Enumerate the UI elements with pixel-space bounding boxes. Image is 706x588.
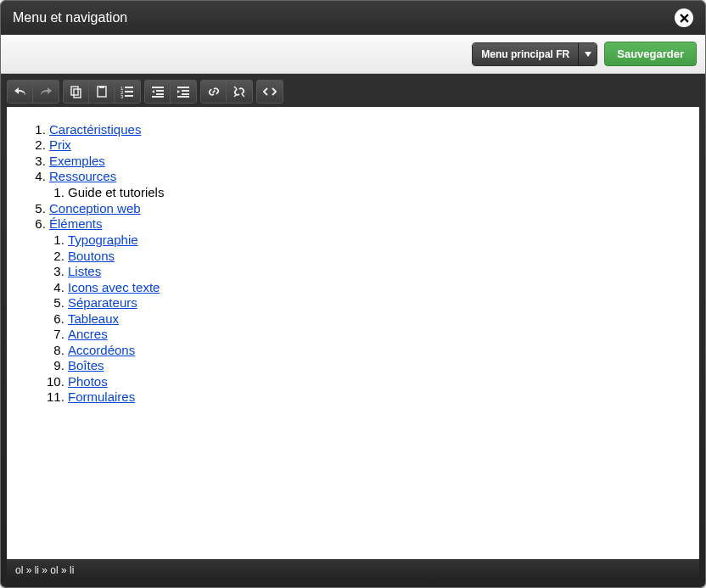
menu-link[interactable]: Accordéons	[68, 343, 135, 357]
svg-rect-17	[177, 96, 189, 98]
close-button[interactable]	[675, 8, 693, 27]
menu-link[interactable]: Formulaires	[68, 389, 135, 404]
redo-button[interactable]	[33, 81, 59, 103]
list-item: Exemples	[49, 154, 679, 168]
menu-sublist: Guide et tutoriels	[49, 185, 679, 199]
svg-rect-11	[156, 90, 164, 92]
menu-link[interactable]: Caractéristiques	[49, 122, 141, 137]
svg-rect-10	[152, 87, 164, 88]
svg-rect-3	[99, 86, 104, 88]
source-button[interactable]	[257, 81, 283, 103]
menu-link[interactable]: Tableaux	[68, 311, 119, 326]
menu-text: Guide et tutoriels	[68, 185, 164, 199]
svg-rect-14	[177, 87, 189, 88]
link-icon	[207, 85, 221, 98]
undo-button[interactable]	[8, 81, 33, 103]
modal-title: Menu et navigation	[13, 10, 127, 25]
code-icon	[263, 85, 277, 98]
outdent-icon	[151, 85, 165, 98]
menu-link[interactable]: Typographie	[68, 232, 138, 247]
list-item: Boutons	[68, 249, 679, 263]
menu-link[interactable]: Prix	[49, 137, 71, 152]
list-item: Formulaires	[68, 389, 679, 404]
list-item: Typographie	[68, 232, 679, 247]
status-bar: ol » li » ol » li	[7, 559, 699, 581]
editor-toolbar: 123	[7, 80, 699, 107]
modal-header: Menu et navigation	[1, 1, 705, 35]
list-item: Guide et tutoriels	[68, 185, 679, 199]
svg-rect-5	[125, 87, 133, 88]
list-item: Ancres	[68, 327, 679, 341]
sub-header: Menu principal FR Sauvegarder	[1, 35, 705, 74]
editor-wrap: 123	[1, 74, 705, 587]
list-item: Séparateurs	[68, 295, 679, 310]
list-item: RessourcesGuide et tutoriels	[49, 169, 679, 199]
svg-text:3: 3	[120, 94, 124, 98]
list-item: Prix	[49, 137, 679, 152]
svg-rect-7	[125, 91, 133, 92]
undo-icon	[14, 85, 27, 98]
menu-selector-caret[interactable]	[578, 43, 597, 65]
menu-selector-dropdown[interactable]: Menu principal FR	[472, 42, 597, 66]
menu-link[interactable]: Exemples	[49, 154, 105, 168]
menu-link[interactable]: Séparateurs	[68, 295, 137, 310]
svg-rect-13	[152, 96, 164, 98]
unlink-icon	[233, 85, 246, 98]
svg-rect-9	[125, 95, 133, 97]
menu-link[interactable]: Conception web	[49, 201, 141, 216]
menu-link[interactable]: Boutons	[68, 249, 115, 263]
numbered-list-button[interactable]: 123	[115, 81, 140, 103]
paste-button[interactable]	[89, 81, 115, 103]
redo-icon	[39, 85, 53, 98]
copy-icon	[70, 85, 83, 98]
editor-content[interactable]: CaractéristiquesPrixExemplesRessourcesGu…	[7, 107, 699, 559]
menu-sublist: TypographieBoutonsListesIcons avec texte…	[49, 232, 679, 404]
indent-button[interactable]	[171, 81, 196, 103]
menu-link[interactable]: Icons avec texte	[68, 280, 160, 294]
modal: Menu et navigation Menu principal FR Sau…	[0, 0, 706, 588]
list-item: ÉlémentsTypographieBoutonsListesIcons av…	[49, 216, 679, 404]
menu-link[interactable]: Boîtes	[68, 358, 104, 372]
indent-icon	[176, 85, 190, 98]
list-item: Caractéristiques	[49, 122, 679, 137]
menu-link[interactable]: Éléments	[49, 216, 103, 231]
menu-link[interactable]: Listes	[68, 264, 101, 278]
menu-list: CaractéristiquesPrixExemplesRessourcesGu…	[31, 122, 679, 405]
list-item: Listes	[68, 264, 679, 278]
list-item: Accordéons	[68, 343, 679, 357]
copy-button[interactable]	[64, 81, 89, 103]
close-icon	[680, 14, 689, 23]
save-button[interactable]: Sauvegarder	[604, 42, 697, 66]
menu-link[interactable]: Ancres	[68, 327, 108, 341]
menu-selector-label: Menu principal FR	[473, 43, 578, 65]
list-item: Tableaux	[68, 311, 679, 326]
menu-link[interactable]: Photos	[68, 374, 108, 389]
svg-rect-15	[182, 90, 189, 92]
svg-rect-12	[156, 93, 164, 95]
outdent-button[interactable]	[145, 81, 171, 103]
list-item: Boîtes	[68, 358, 679, 372]
numbered-list-icon: 123	[120, 85, 134, 98]
link-button[interactable]	[201, 81, 227, 103]
list-item: Icons avec texte	[68, 280, 679, 294]
svg-rect-1	[74, 89, 81, 98]
caret-down-icon	[585, 52, 591, 57]
svg-rect-0	[71, 87, 78, 95]
list-item: Conception web	[49, 201, 679, 216]
unlink-button[interactable]	[227, 81, 252, 103]
paste-icon	[95, 85, 109, 98]
svg-rect-16	[182, 93, 189, 95]
menu-link[interactable]: Ressources	[49, 169, 116, 183]
list-item: Photos	[68, 374, 679, 389]
